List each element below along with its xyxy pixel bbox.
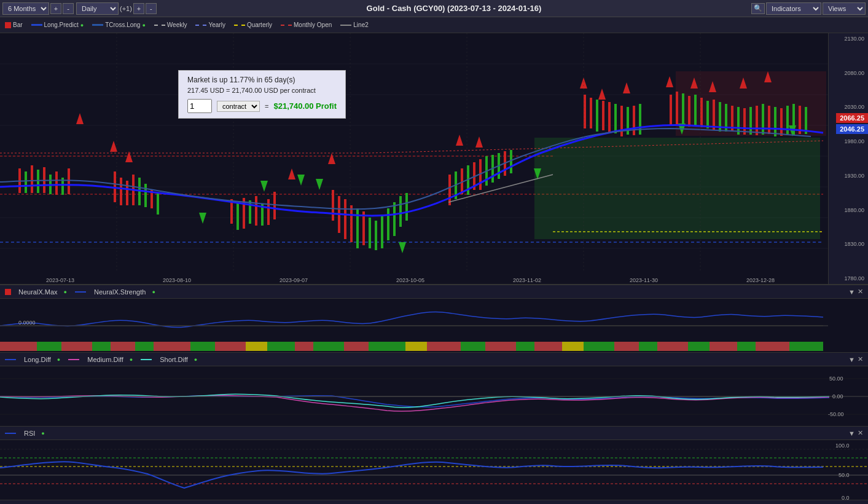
svg-rect-48 [375, 221, 377, 250]
legend-row: Bar Long.Predict ● TCross.Long ● Weekly … [0, 17, 868, 33]
rsi-panel-controls: ▼ ✕ [848, 429, 863, 437]
svg-rect-34 [237, 202, 239, 230]
tooltip-box: Market is up 11.77% in 65 day(s) 217.45 … [178, 70, 346, 119]
rsi-chart-svg: 100.0 50.0 0.0 [0, 440, 868, 500]
svg-rect-47 [369, 218, 371, 248]
svg-rect-73 [633, 106, 635, 135]
svg-rect-32 [157, 193, 159, 215]
svg-rect-86 [737, 107, 740, 135]
svg-rect-157 [534, 342, 562, 351]
rsi-dot: ● [41, 430, 44, 436]
period-minus-btn[interactable]: - [63, 3, 74, 14]
legend-bar-label: Bar [13, 22, 23, 28]
svg-rect-150 [344, 342, 369, 351]
svg-rect-139 [61, 342, 92, 351]
neural-strength-dot: ● [152, 289, 155, 295]
neural-collapse-btn[interactable]: ▼ [848, 288, 855, 296]
legend-weekly: Weekly [154, 22, 187, 28]
svg-rect-18 [31, 165, 33, 193]
svg-rect-152 [405, 342, 427, 351]
svg-rect-159 [584, 342, 614, 351]
svg-rect-155 [485, 342, 516, 351]
neural-strength-icon [75, 291, 86, 293]
price-high-value: 2066.25 [840, 114, 864, 122]
svg-rect-151 [369, 342, 405, 351]
svg-rect-147 [267, 342, 295, 351]
svg-rect-148 [295, 342, 313, 351]
svg-rect-94 [786, 106, 789, 135]
search-btn[interactable]: 🔍 [751, 3, 765, 14]
svg-rect-158 [562, 342, 584, 351]
plus1-label: (+1) [120, 5, 132, 12]
svg-text:2023-11-02: 2023-11-02 [513, 277, 541, 283]
interval-select[interactable]: DailyWeeklyMonthly [76, 2, 119, 15]
medium-diff-icon [68, 359, 79, 360]
legend-longpredict-label: Long.Predict [44, 22, 79, 28]
period-select[interactable]: 6 Months1 Month3 Months1 Year [2, 2, 49, 15]
contract-type-select[interactable]: contract [217, 101, 260, 112]
longpredict-dot: ● [80, 22, 84, 28]
tcross-dot: ● [142, 22, 145, 28]
y-label-1930: 1930.00 [830, 173, 867, 179]
y-label-1880: 1880.00 [830, 207, 867, 213]
diff-collapse-btn[interactable]: ▼ [848, 355, 855, 363]
indicators-select[interactable]: Indicators [766, 2, 821, 15]
svg-rect-49 [381, 215, 383, 248]
contracts-input[interactable] [187, 99, 212, 113]
neural-max-dot: ● [64, 289, 67, 295]
svg-rect-167 [789, 342, 823, 351]
short-diff-dot: ● [194, 356, 197, 363]
price-panel: 2023-07-13 2023-08-10 2023-09-07 2023-10… [0, 33, 868, 285]
rsi-label: RSI [24, 430, 35, 437]
svg-rect-163 [688, 342, 710, 351]
legend-quarterly: Quarterly [234, 22, 272, 28]
svg-rect-50 [387, 208, 389, 240]
svg-rect-44 [350, 205, 353, 242]
svg-rect-161 [639, 342, 657, 351]
svg-rect-40 [273, 192, 276, 219]
rsi-collapse-btn[interactable]: ▼ [848, 429, 855, 437]
svg-rect-144 [190, 342, 215, 351]
svg-text:0.0000: 0.0000 [18, 320, 36, 326]
rsi-panel-header: RSI ● ▼ ✕ [0, 427, 868, 440]
short-diff-icon [141, 359, 152, 360]
legend-yearly: Yearly [195, 22, 225, 28]
period-group: 6 Months1 Month3 Months1 Year + - [2, 2, 74, 15]
svg-rect-46 [362, 211, 365, 245]
legend-tcross-label: TCross.Long [105, 22, 140, 28]
chart-title: Gold - Cash (GCY00) (2023-07-13 - 2024-0… [159, 4, 749, 13]
diff-close-btn[interactable]: ✕ [858, 355, 863, 363]
svg-text:2023-12-28: 2023-12-28 [746, 277, 775, 283]
svg-text:50.00: 50.00 [829, 376, 843, 382]
svg-rect-141 [111, 342, 135, 351]
views-select[interactable]: Views [823, 2, 866, 15]
medium-diff-label: Medium.Diff [87, 356, 123, 363]
svg-rect-39 [267, 199, 270, 225]
interval-minus-btn[interactable]: - [146, 3, 157, 14]
legend-yearly-label: Yearly [208, 22, 225, 28]
svg-text:2023-10-05: 2023-10-05 [396, 277, 424, 283]
period-plus-btn[interactable]: + [50, 3, 61, 14]
rsi-chart-area: 100.0 50.0 0.0 [0, 440, 868, 500]
svg-rect-65 [584, 95, 586, 128]
svg-rect-142 [135, 342, 154, 351]
legend-monthly: Monthly Open [281, 22, 332, 28]
svg-rect-70 [614, 104, 617, 133]
bar-icon [5, 22, 11, 28]
rsi-close-btn[interactable]: ✕ [858, 429, 863, 437]
svg-rect-143 [154, 342, 190, 351]
neural-close-btn[interactable]: ✕ [858, 288, 863, 296]
svg-rect-64 [510, 150, 512, 173]
svg-rect-75 [670, 95, 672, 125]
interval-plus-btn[interactable]: + [133, 3, 144, 14]
svg-rect-149 [313, 342, 344, 351]
long-diff-icon [5, 359, 16, 360]
svg-rect-78 [688, 96, 690, 127]
price-badge-low: 2046.25 [836, 124, 868, 134]
long-diff-label: Long.Diff [24, 356, 51, 363]
svg-rect-24 [68, 168, 70, 194]
legend-line2: Line2 [340, 22, 368, 28]
svg-rect-137 [0, 342, 37, 351]
legend-line2-label: Line2 [353, 22, 368, 28]
y-label-2030: 2030.00 [830, 104, 867, 110]
